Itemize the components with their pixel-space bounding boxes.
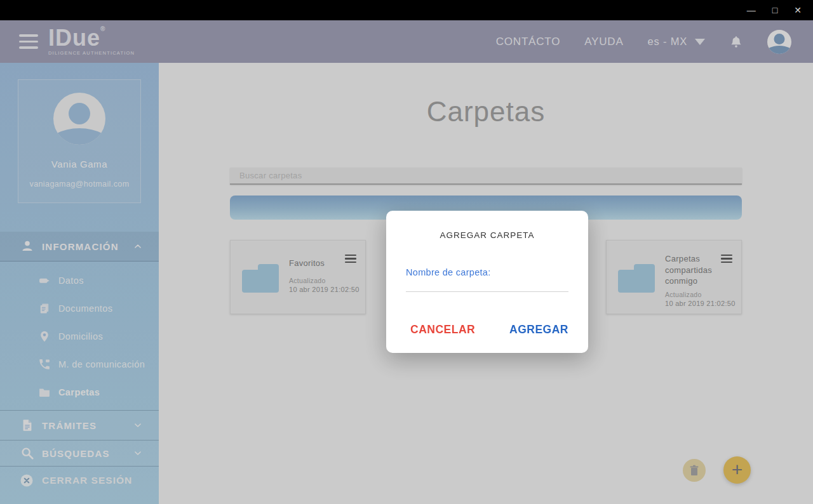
folder-name-field	[406, 278, 568, 292]
add-folder-dialog: AGREGAR CARPETA Nombre de carpeta: CANCE…	[386, 211, 588, 353]
folder-name-input[interactable]	[406, 278, 568, 291]
folder-name-label: Nombre de carpeta:	[406, 267, 491, 277]
cancel-button[interactable]: CANCELAR	[410, 323, 475, 336]
dialog-title: AGREGAR CARPETA	[386, 230, 588, 240]
confirm-add-button[interactable]: AGREGAR	[509, 323, 568, 336]
